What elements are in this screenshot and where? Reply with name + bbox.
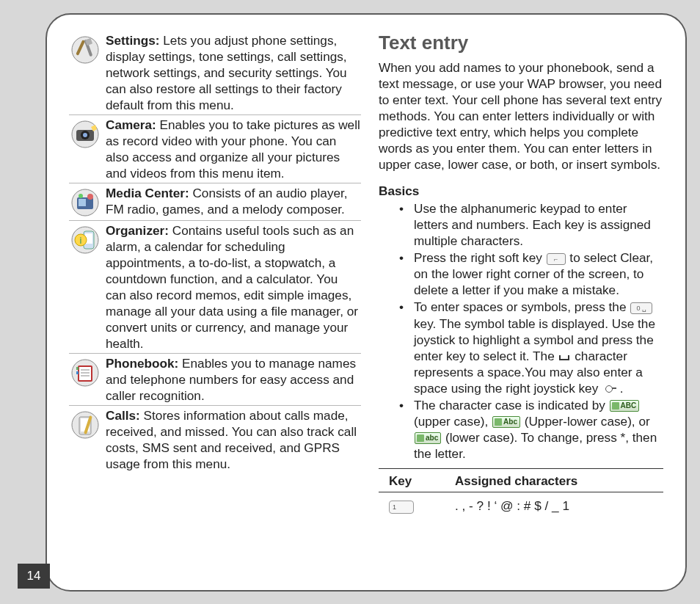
col-key: Key — [379, 472, 445, 492]
feature-desc: Stores information about calls made, rec… — [106, 408, 357, 471]
uppercase-indicator-icon: ABC — [610, 400, 640, 412]
feature-label: Organizer: — [106, 223, 169, 238]
svg-point-7 — [83, 133, 87, 137]
bullet-text: . — [616, 381, 624, 396]
feature-label: Calls: — [106, 408, 140, 423]
bullet-text: (upper case), — [414, 414, 492, 429]
feature-label: Camera: — [106, 117, 156, 132]
bullet-text: Press the right soft key — [414, 250, 546, 265]
feature-desc: Contains useful tools such as an alarm, … — [106, 223, 358, 351]
svg-rect-24 — [76, 367, 79, 370]
manual-page: Settings: Lets you adjust phone settings… — [45, 13, 687, 592]
media-center-icon — [69, 186, 101, 219]
key-cell: 1 — [379, 492, 445, 517]
key-1-icon: 1 — [389, 501, 414, 514]
organizer-icon: i — [69, 224, 101, 256]
basics-item: The character case is indicated by ABC (… — [399, 397, 663, 462]
right-column: Text entry When you add names to your ph… — [379, 31, 663, 574]
chars-cell: . , - ? ! ‘ @ : # $ / _ 1 — [445, 492, 663, 517]
svg-point-12 — [79, 194, 83, 198]
feature-text: Settings: Lets you adjust phone settings… — [106, 32, 361, 113]
feature-calls: Calls: Stores information about calls ma… — [69, 405, 361, 473]
right-joystick-icon — [603, 383, 615, 395]
mixedcase-indicator-icon: Abc — [492, 416, 520, 428]
bullet-text: The character case is indicated by — [414, 398, 609, 412]
basics-list: Use the alphanumeric keypad to enter let… — [379, 200, 663, 468]
basics-item: Use the alphanumeric keypad to enter let… — [399, 200, 663, 249]
svg-point-11 — [87, 194, 93, 200]
intro-text: When you add names to your phonebook, se… — [379, 59, 663, 172]
svg-rect-20 — [79, 367, 91, 380]
lowercase-indicator-icon: abc — [415, 432, 441, 444]
calls-icon — [69, 409, 101, 441]
feature-camera: Camera: Enables you to take pictures as … — [69, 114, 361, 183]
bullet-text: (Upper-lower case), or — [521, 414, 650, 429]
feature-label: Settings: — [106, 33, 160, 48]
feature-settings: Settings: Lets you adjust phone settings… — [69, 31, 361, 114]
feature-label: Media Center: — [106, 186, 189, 200]
svg-text:i: i — [79, 236, 81, 246]
table-row: 1 . , - ? ! ‘ @ : # $ / _ 1 — [379, 492, 663, 517]
feature-label: Phonebook: — [106, 356, 178, 371]
feature-phonebook: Phonebook: Enables you to manage names a… — [69, 353, 361, 405]
svg-rect-25 — [76, 371, 79, 374]
symbol-key-icon: 0 ␣ — [630, 302, 652, 314]
feature-text: Calls: Stores information about calls ma… — [106, 407, 361, 472]
feature-text: Camera: Enables you to take pictures as … — [106, 117, 361, 181]
feature-text: Phonebook: Enables you to manage names a… — [106, 355, 361, 404]
camera-icon — [69, 118, 101, 150]
svg-rect-10 — [79, 199, 86, 206]
left-column: Settings: Lets you adjust phone settings… — [69, 31, 361, 574]
basics-heading: Basics — [379, 183, 663, 199]
settings-icon — [69, 34, 101, 66]
page-number: 14 — [18, 564, 50, 589]
bullet-text: (lower case). To change, press *, then t… — [414, 430, 657, 461]
col-chars: Assigned characters — [445, 472, 663, 492]
bullet-text: To enter spaces or symbols, press the — [414, 299, 630, 314]
table-header-row: Key Assigned characters — [379, 472, 663, 492]
bullet-text: Use the alphanumeric keypad to enter let… — [414, 201, 651, 248]
right-soft-key-icon: ⌐ — [547, 253, 566, 265]
feature-media-center: Media Center: Consists of an audio playe… — [69, 183, 361, 220]
key-table: Key Assigned characters 1 . , - ? ! ‘ @ … — [379, 472, 663, 517]
basics-item: To enter spaces or symbols, press the 0 … — [399, 299, 663, 396]
phonebook-icon — [69, 357, 101, 389]
basics-item: Press the right soft key ⌐ to select Cle… — [399, 250, 663, 298]
feature-organizer: i Organizer: Contains useful tools such … — [69, 220, 361, 353]
section-title: Text entry — [379, 31, 663, 55]
feature-text: Organizer: Contains useful tools such as… — [106, 222, 361, 352]
space-character-icon — [559, 355, 569, 360]
feature-text: Media Center: Consists of an audio playe… — [106, 185, 361, 217]
